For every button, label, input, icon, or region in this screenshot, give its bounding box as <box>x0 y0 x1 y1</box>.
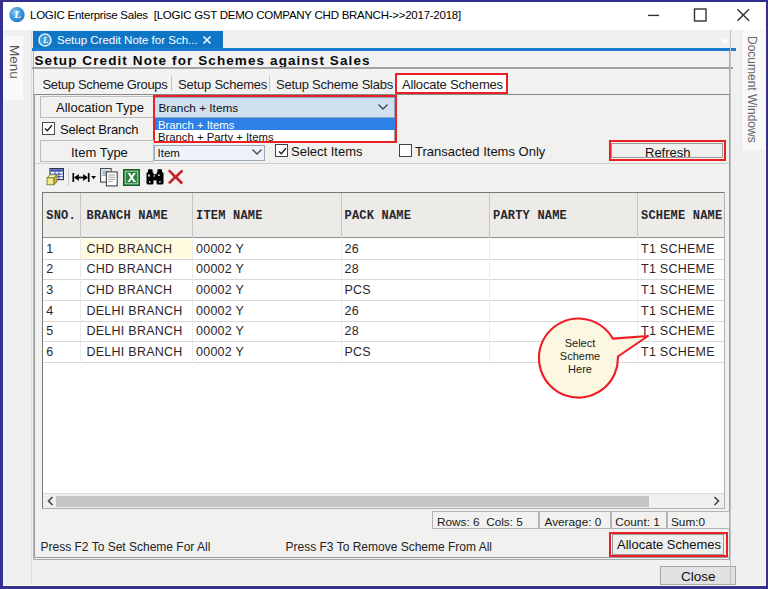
svg-text:L: L <box>42 35 48 45</box>
svg-text:Scheme: Scheme <box>560 350 600 362</box>
svg-text:Select: Select <box>565 337 596 349</box>
svg-text:Here: Here <box>568 363 592 375</box>
svg-text:L: L <box>13 8 21 20</box>
